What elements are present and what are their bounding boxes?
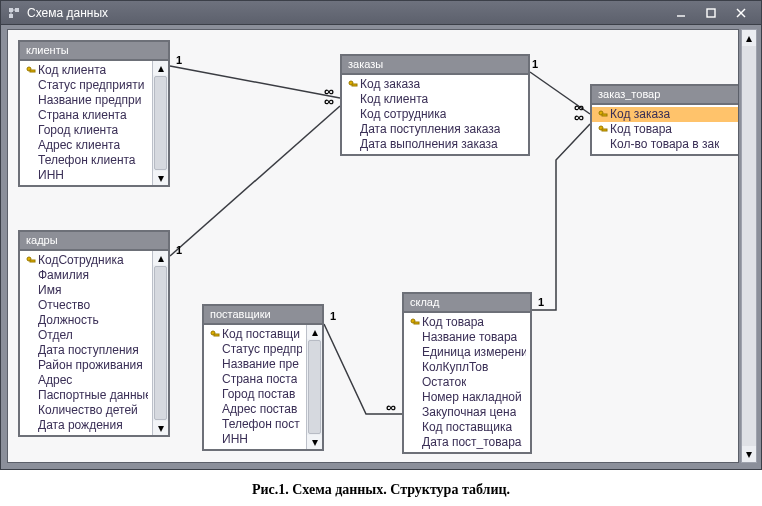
window-title: Схема данных <box>27 6 108 20</box>
field-row[interactable]: Должность <box>20 313 152 328</box>
field-label: Отдел <box>38 328 73 343</box>
entity-clients[interactable]: клиенты Код клиента Статус предприяти На… <box>18 40 170 187</box>
scroll-down-icon[interactable]: ▾ <box>742 446 756 462</box>
scroll-up-icon[interactable]: ▴ <box>153 61 168 75</box>
entity-staff[interactable]: кадры КодСотрудника Фамилия Имя Отчество… <box>18 230 170 437</box>
field-row[interactable]: Код поставщика <box>404 420 530 435</box>
field-label: Кол-во товара в зак <box>610 137 719 152</box>
entity-field-list: КодСотрудника Фамилия Имя Отчество Должн… <box>20 251 152 435</box>
entity-order-item[interactable]: заказ_товар Код заказа Код товара Кол-во… <box>590 84 739 156</box>
field-label: Код сотрудника <box>360 107 446 122</box>
entity-scrollbar[interactable]: ▴ ▾ <box>152 61 168 185</box>
entity-title[interactable]: заказ_товар <box>592 86 739 105</box>
field-row[interactable]: Страна клиента <box>20 108 152 123</box>
field-row[interactable]: Адрес постав <box>204 402 306 417</box>
diagram-canvas[interactable]: 1 ∞ ∞ 1 1 ∞ ∞ 1 1 ∞ клиенты Код клиент <box>7 29 739 463</box>
entity-orders[interactable]: заказы Код заказа Код клиента Код сотруд… <box>340 54 530 156</box>
svg-rect-1 <box>15 8 19 12</box>
field-row[interactable]: Код заказа <box>592 107 739 122</box>
scroll-up-icon[interactable]: ▴ <box>307 325 322 339</box>
field-label: Паспортные данные <box>38 388 148 403</box>
field-row[interactable]: Код клиента <box>342 92 528 107</box>
field-label: Страна поста <box>222 372 297 387</box>
field-row[interactable]: КодСотрудника <box>20 253 152 268</box>
key-icon <box>596 110 610 120</box>
entity-scrollbar[interactable]: ▴ ▾ <box>152 251 168 435</box>
entity-scrollbar[interactable]: ▴ ▾ <box>306 325 322 449</box>
field-label: КодСотрудника <box>38 253 124 268</box>
field-row[interactable]: Название предпри <box>20 93 152 108</box>
entity-title[interactable]: заказы <box>342 56 528 75</box>
field-label: ИНН <box>222 432 248 447</box>
figure-caption: Рис.1. Схема данных. Структура таблиц. <box>0 470 762 506</box>
field-row[interactable]: Статус предпр <box>204 342 306 357</box>
scroll-down-icon[interactable]: ▾ <box>153 171 168 185</box>
field-row[interactable]: Отдел <box>20 328 152 343</box>
field-label: Название товара <box>422 330 517 345</box>
scroll-down-icon[interactable]: ▾ <box>307 435 322 449</box>
close-button[interactable] <box>727 4 755 22</box>
field-label: Адрес клиента <box>38 138 120 153</box>
field-row[interactable]: Кол-во товара в зак <box>592 137 739 152</box>
entity-field-list: Код заказа Код клиента Код сотрудника Да… <box>342 75 528 154</box>
field-label: Город клиента <box>38 123 118 138</box>
field-row[interactable]: Закупочная цена <box>404 405 530 420</box>
field-row[interactable]: Дата выполнения заказа <box>342 137 528 152</box>
field-row[interactable]: Телефон клиента <box>20 153 152 168</box>
field-row[interactable]: Код клиента <box>20 63 152 78</box>
field-row[interactable]: КолКуплТов <box>404 360 530 375</box>
field-row[interactable]: Дата пост_товара <box>404 435 530 450</box>
field-row[interactable]: Паспортные данные <box>20 388 152 403</box>
field-row[interactable]: Дата поступления заказа <box>342 122 528 137</box>
key-icon <box>24 66 38 76</box>
field-label: Код клиента <box>38 63 106 78</box>
field-row[interactable]: Единица измерения <box>404 345 530 360</box>
minimize-button[interactable] <box>667 4 695 22</box>
field-row[interactable]: Количество детей <box>20 403 152 418</box>
field-row[interactable]: Остаток <box>404 375 530 390</box>
field-row[interactable]: ИНН <box>204 432 306 447</box>
entity-suppliers[interactable]: поставщики Код поставщи Статус предпр На… <box>202 304 324 451</box>
entity-title[interactable]: клиенты <box>20 42 168 61</box>
field-row[interactable]: Отчество <box>20 298 152 313</box>
entity-stock[interactable]: склад Код товара Название товара Единица… <box>402 292 532 454</box>
field-row[interactable]: Район проживания <box>20 358 152 373</box>
field-row[interactable]: ИНН <box>20 168 152 183</box>
field-row[interactable]: Город постав <box>204 387 306 402</box>
scroll-up-icon[interactable]: ▴ <box>742 30 756 46</box>
field-label: Дата поступления <box>38 343 139 358</box>
field-row[interactable]: Дата рождения <box>20 418 152 433</box>
entity-title[interactable]: поставщики <box>204 306 322 325</box>
titlebar[interactable]: Схема данных <box>1 1 761 25</box>
field-row[interactable]: Адрес клиента <box>20 138 152 153</box>
entity-title[interactable]: склад <box>404 294 530 313</box>
field-row[interactable]: Статус предприяти <box>20 78 152 93</box>
field-label: Название пре <box>222 357 299 372</box>
field-row[interactable]: Фамилия <box>20 268 152 283</box>
field-row[interactable]: Название пре <box>204 357 306 372</box>
field-row[interactable]: Город клиента <box>20 123 152 138</box>
entity-title[interactable]: кадры <box>20 232 168 251</box>
field-row[interactable]: Название товара <box>404 330 530 345</box>
field-row[interactable]: Код сотрудника <box>342 107 528 122</box>
field-row[interactable]: Дата поступления <box>20 343 152 358</box>
svg-text:1: 1 <box>176 54 182 66</box>
field-row[interactable]: Имя <box>20 283 152 298</box>
field-label: Код заказа <box>360 77 420 92</box>
field-label: Код товара <box>422 315 484 330</box>
field-row[interactable]: Телефон пост <box>204 417 306 432</box>
field-row[interactable]: Код поставщи <box>204 327 306 342</box>
scroll-down-icon[interactable]: ▾ <box>153 421 168 435</box>
entity-field-list: Код заказа Код товара Кол-во товара в за… <box>592 105 739 154</box>
maximize-button[interactable] <box>697 4 725 22</box>
field-row[interactable]: Код товара <box>592 122 739 137</box>
field-row[interactable]: Код заказа <box>342 77 528 92</box>
field-label: Дата рождения <box>38 418 123 433</box>
canvas-scrollbar[interactable]: ▴ ▾ <box>741 29 757 463</box>
scroll-up-icon[interactable]: ▴ <box>153 251 168 265</box>
field-row[interactable]: Страна поста <box>204 372 306 387</box>
field-label: Код поставщика <box>422 420 512 435</box>
field-row[interactable]: Номер накладной <box>404 390 530 405</box>
field-row[interactable]: Адрес <box>20 373 152 388</box>
field-row[interactable]: Код товара <box>404 315 530 330</box>
